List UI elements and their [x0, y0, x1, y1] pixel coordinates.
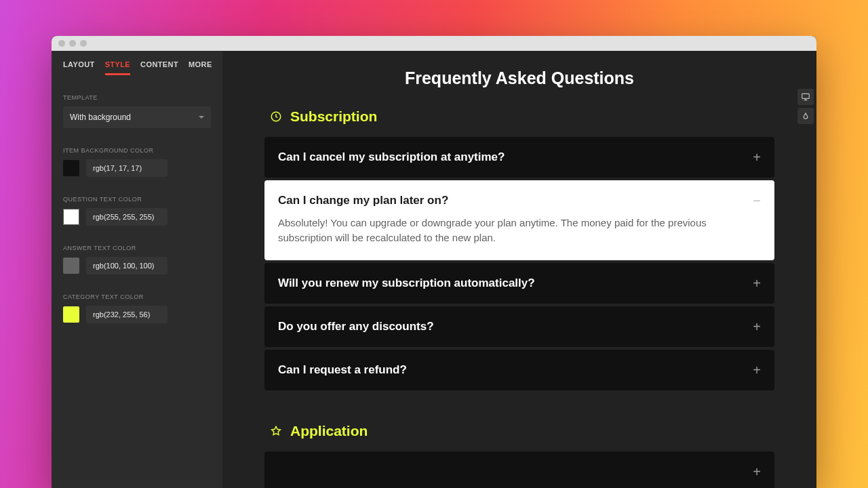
category-label: Application [290, 423, 368, 439]
plus-icon: + [753, 320, 761, 333]
faq-question: Do you offer any discounts? [278, 320, 434, 333]
faq-item[interactable]: Can I request a refund? + [264, 350, 774, 390]
plus-icon: + [753, 465, 761, 479]
category-label: Subscription [290, 108, 377, 125]
desktop-preview-button[interactable] [797, 89, 814, 105]
clock-icon [270, 110, 282, 123]
answer-text-value[interactable]: rgb(100, 100, 100) [86, 257, 167, 274]
template-select-value: With background [70, 113, 131, 122]
category-text-swatch[interactable] [63, 306, 79, 323]
plus-icon: + [753, 277, 761, 290]
tab-more[interactable]: MORE [189, 60, 212, 75]
window-close-dot[interactable] [58, 40, 65, 47]
svg-rect-0 [802, 94, 810, 98]
faq-item[interactable]: Can I cancel my subscription at anytime?… [264, 137, 774, 178]
window-minimize-dot[interactable] [69, 40, 76, 47]
sidebar-tabs: LAYOUT STYLE CONTENT MORE [63, 60, 211, 75]
question-text-value[interactable]: rgb(255, 255, 255) [86, 208, 167, 226]
category-subscription: Subscription [270, 108, 774, 125]
minus-icon: − [753, 194, 761, 207]
star-icon [270, 425, 282, 437]
plus-icon: + [753, 150, 761, 164]
preview-tools [797, 89, 816, 124]
titlebar [52, 36, 816, 51]
item-bg-swatch[interactable] [63, 160, 79, 176]
plus-icon: + [753, 363, 761, 377]
tab-layout[interactable]: LAYOUT [63, 60, 95, 75]
faq-question: Can I change my plan later on? [278, 194, 448, 207]
category-text-label: CATEGORY TEXT COLOR [63, 293, 211, 300]
item-bg-value[interactable]: rgb(17, 17, 17) [86, 159, 167, 177]
faq-list-application: + [264, 451, 774, 489]
faq-answer: Absolutely! You can upgrade or downgrade… [278, 216, 712, 245]
item-bg-label: ITEM BACKGROUND COLOR [63, 147, 211, 154]
faq-item[interactable]: Will you renew my subscription automatic… [264, 263, 774, 304]
category-text-value[interactable]: rgb(232, 255, 56) [86, 306, 167, 323]
template-select[interactable]: With background [63, 106, 211, 128]
preview-pane: Frequently Asked Questions Subscription [222, 51, 816, 488]
faq-item-open[interactable]: Can I change my plan later on? − Absolut… [264, 180, 774, 260]
question-text-swatch[interactable] [63, 209, 79, 225]
sidebar: LAYOUT STYLE CONTENT MORE TEMPLATE With … [52, 51, 222, 488]
page-title: Frequently Asked Questions [264, 68, 774, 88]
paint-bucket-button[interactable] [797, 108, 814, 124]
faq-list-subscription: Can I cancel my subscription at anytime?… [264, 137, 774, 390]
question-text-label: QUESTION TEXT COLOR [63, 196, 211, 203]
tab-content[interactable]: CONTENT [140, 60, 178, 75]
faq-question: Can I request a refund? [278, 363, 407, 377]
tab-style[interactable]: STYLE [105, 60, 130, 75]
category-application: Application [270, 423, 774, 439]
faq-item[interactable]: + [264, 451, 774, 489]
template-label: TEMPLATE [63, 94, 211, 101]
app-window: LAYOUT STYLE CONTENT MORE TEMPLATE With … [52, 36, 816, 488]
window-zoom-dot[interactable] [80, 40, 87, 47]
answer-text-swatch[interactable] [63, 258, 79, 274]
answer-text-label: ANSWER TEXT COLOR [63, 245, 211, 251]
faq-question: Will you renew my subscription automatic… [278, 277, 535, 290]
faq-question: Can I cancel my subscription at anytime? [278, 150, 505, 164]
faq-item[interactable]: Do you offer any discounts? + [264, 306, 774, 347]
faq-question [278, 465, 281, 479]
chevron-down-icon [199, 116, 204, 119]
